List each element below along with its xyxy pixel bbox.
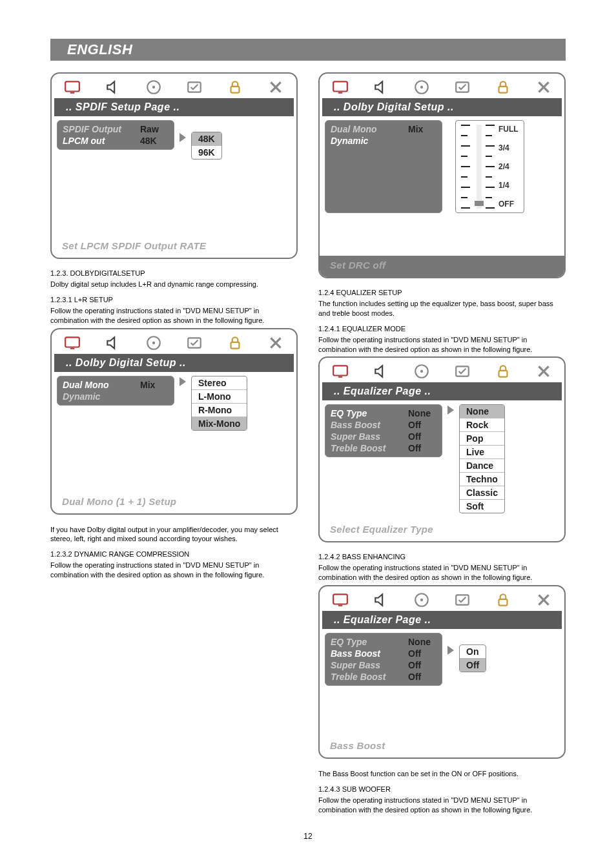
menu-item-value: Off (408, 648, 436, 659)
speaker-icon (369, 590, 393, 610)
speaker-icon (369, 362, 393, 381)
menu-item-label: SPDIF Output (63, 124, 134, 134)
options-list[interactable]: 48K 96K (191, 132, 222, 160)
speaker-icon (101, 333, 125, 353)
option-item[interactable]: Soft (460, 500, 504, 513)
svg-rect-12 (333, 81, 347, 91)
option-item[interactable]: Off (460, 659, 486, 672)
svg-rect-11 (231, 342, 240, 348)
left-column: .. SPDIF Setup Page .. SPDIF OutputRaw L… (50, 72, 298, 818)
page-number: 12 (50, 832, 566, 841)
body-text: Follow the operating instructions stated… (318, 796, 566, 815)
right-column: .. Dolby Digital Setup .. Dual MonoMix D… (318, 72, 566, 818)
menu-item-label: Dynamic (63, 391, 134, 402)
option-item[interactable]: Live (460, 446, 504, 459)
menu-item-value: Off (408, 672, 436, 682)
panel-tabbar (52, 74, 296, 98)
option-item[interactable]: 48K (192, 132, 221, 146)
disc-icon (410, 77, 433, 97)
body-text: The Bass Boost function can be set in th… (318, 769, 566, 779)
option-item[interactable]: Stereo (192, 376, 247, 390)
drc-slider[interactable]: FULL 3/4 2/4 1/4 OFF (455, 120, 524, 213)
options-list[interactable]: On Off (459, 644, 486, 672)
options-list[interactable]: None Rock Pop Live Dance Techno Classic … (459, 404, 505, 513)
option-item[interactable]: Dance (460, 459, 504, 473)
option-item[interactable]: R-Mono (192, 404, 247, 417)
section-heading: 1.2.4.2 BASS ENHANCING (318, 553, 566, 561)
menu-item-value: None (408, 408, 436, 418)
option-item[interactable]: Rock (460, 418, 504, 432)
svg-point-3 (152, 86, 155, 88)
drc-label: 3/4 (498, 143, 518, 152)
drc-knob[interactable] (475, 201, 484, 206)
monitor-icon (329, 362, 352, 381)
menu-item-label: Dual Mono (331, 124, 402, 134)
close-icon (532, 362, 555, 381)
panel-spdif: .. SPDIF Setup Page .. SPDIF OutputRaw L… (50, 72, 298, 259)
option-item[interactable]: None (460, 405, 504, 418)
lock-icon (223, 77, 247, 97)
option-item[interactable]: Classic (460, 486, 504, 500)
menu-item-value: Off (408, 660, 436, 670)
section-heading: 1.2.3. DOLBYDIGITALSETUP (50, 269, 298, 277)
close-icon (264, 77, 287, 97)
menu-item-label: Super Bass (331, 660, 402, 670)
close-icon (532, 77, 555, 97)
menu-item-value: Raw (140, 124, 169, 134)
svg-point-21 (420, 370, 423, 373)
svg-rect-1 (70, 92, 75, 94)
panel-dolby-drc: .. Dolby Digital Setup .. Dual MonoMix D… (318, 72, 566, 278)
disc-icon (142, 333, 165, 353)
monitor-icon (329, 590, 352, 610)
option-item[interactable]: Mix-Mono (192, 417, 247, 430)
arrow-icon (180, 376, 186, 386)
body-text: The function includes setting up the equ… (318, 299, 566, 318)
check-icon (451, 590, 474, 610)
menu-item-label: Bass Boost (331, 420, 402, 430)
options-list[interactable]: Stereo L-Mono R-Mono Mix-Mono (191, 376, 247, 431)
menu-list[interactable]: EQ TypeNone Bass BoostOff Super BassOff … (325, 633, 442, 686)
menu-item-label: Treble Boost (331, 443, 402, 453)
section-heading: 1.2.4.3 SUB WOOFER (318, 785, 566, 793)
disc-icon (410, 362, 433, 381)
check-icon (183, 333, 206, 353)
menu-item-label: Super Bass (331, 431, 402, 442)
panel-hint: Select Equalizer Type (320, 520, 564, 541)
svg-point-27 (420, 599, 423, 601)
menu-list[interactable]: SPDIF OutputRaw LPCM out48K (57, 120, 174, 150)
body-text: If you have Dolby digital output in your… (50, 525, 298, 544)
menu-item-value: Off (408, 431, 436, 442)
body-text: Follow the operating instructions stated… (318, 335, 566, 355)
menu-list[interactable]: Dual MonoMix Dynamic (57, 376, 174, 406)
menu-item-label: Dual Mono (63, 380, 134, 390)
svg-rect-29 (499, 599, 508, 606)
section-heading: 1.2.4.1 EQUALIZER MODE (318, 325, 566, 333)
menu-item-label: EQ Type (331, 408, 402, 418)
panel-title: .. Equalizer Page .. (322, 611, 562, 629)
disc-icon (410, 590, 433, 610)
panel-eq-type: .. Equalizer Page .. EQ TypeNone Bass Bo… (318, 356, 566, 542)
option-item[interactable]: On (460, 645, 486, 659)
panel-tabbar (320, 358, 564, 382)
svg-rect-7 (70, 347, 75, 349)
arrow-icon (180, 120, 186, 142)
option-item[interactable]: Pop (460, 432, 504, 446)
body-text: Dolby digital setup includes L+R and dyn… (50, 280, 298, 289)
arrow-icon (447, 404, 454, 415)
option-item[interactable]: Techno (460, 473, 504, 486)
svg-rect-25 (338, 605, 343, 606)
menu-item-value: Off (408, 443, 436, 453)
body-text: Follow the operating instructions stated… (50, 561, 298, 580)
panel-title: .. Dolby Digital Setup .. (54, 354, 294, 372)
option-item[interactable]: L-Mono (192, 390, 247, 404)
menu-list[interactable]: EQ TypeNone Bass BoostOff Super BassOff … (325, 404, 442, 457)
menu-list[interactable]: Dual MonoMix Dynamic (325, 120, 442, 213)
monitor-icon (329, 77, 352, 97)
svg-rect-0 (65, 81, 79, 91)
lock-icon (491, 590, 515, 610)
menu-item-label: EQ Type (331, 637, 402, 647)
menu-item-value: None (408, 637, 436, 647)
svg-rect-17 (499, 87, 508, 93)
language-header: ENGLISH (50, 39, 566, 61)
option-item[interactable]: 96K (192, 146, 221, 159)
